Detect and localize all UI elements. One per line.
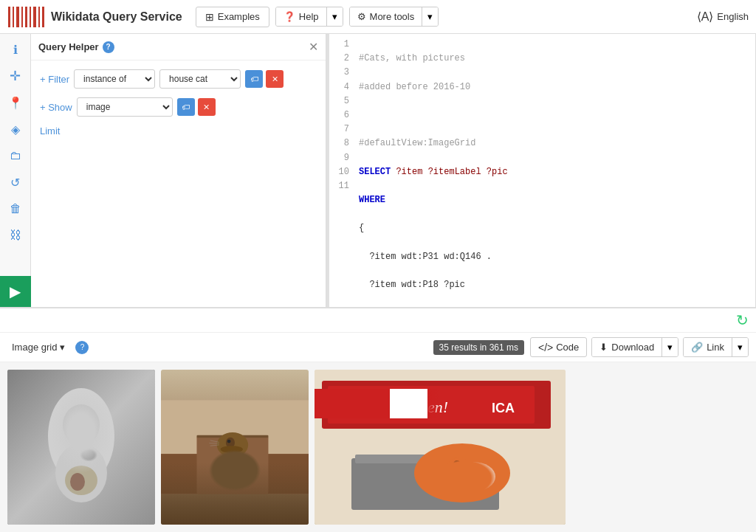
help-button[interactable]: ❓ Help xyxy=(276,7,327,26)
download-button-group: ⬇ Download ▾ xyxy=(591,337,678,357)
image-grid: Välkommen! ICA xyxy=(0,362,756,532)
show-value-select[interactable]: image xyxy=(77,97,173,117)
panel-title-group: Query Helper ? xyxy=(38,41,114,53)
view-dropdown-icon: ▾ xyxy=(60,342,65,353)
sidebar-icon-folder[interactable]: 🗀 xyxy=(4,144,27,167)
svg-rect-7 xyxy=(161,400,309,494)
filter-tag-button[interactable]: 🏷 xyxy=(245,70,263,88)
more-tools-button[interactable]: ⚙ More tools xyxy=(350,7,423,26)
download-icon: ⬇ xyxy=(599,342,608,353)
examples-icon: ⊞ xyxy=(205,11,214,23)
filter-property-select[interactable]: instance of xyxy=(74,69,155,89)
svg-rect-18 xyxy=(315,370,566,525)
question-icon: ? xyxy=(106,43,111,51)
play-icon: ▶ xyxy=(10,283,21,300)
download-label: Download xyxy=(611,342,654,353)
cat-image-1 xyxy=(7,370,155,525)
list-item[interactable]: Välkommen! ICA xyxy=(315,370,566,525)
svg-point-3 xyxy=(63,404,100,446)
filter-value-select[interactable]: house cat xyxy=(159,69,241,89)
brand-label: Wikidata Query Service xyxy=(51,10,182,24)
show-delete-button[interactable]: ✕ xyxy=(198,98,216,116)
sidebar-icon-history[interactable]: ↺ xyxy=(4,170,27,194)
query-helper-help-button[interactable]: ? xyxy=(103,41,114,53)
show-tag-button[interactable]: 🏷 xyxy=(177,98,195,116)
svg-point-14 xyxy=(221,446,243,453)
svg-rect-25 xyxy=(355,455,495,463)
svg-point-2 xyxy=(48,388,114,484)
svg-line-15 xyxy=(210,441,219,442)
svg-rect-24 xyxy=(351,458,499,510)
language-button[interactable]: ⟨A⟩ English xyxy=(697,10,749,24)
svg-text:ICA: ICA xyxy=(492,401,515,415)
svg-rect-20 xyxy=(322,381,551,429)
link-button[interactable]: 🔗 Link xyxy=(684,338,732,356)
add-show-button[interactable]: + Show xyxy=(40,102,72,113)
filter-actions: 🏷 ✕ xyxy=(245,70,284,88)
delete-icon: ✕ xyxy=(272,75,278,84)
panel-header: Query Helper ? ✕ xyxy=(31,34,326,61)
filter-row: + Filter instance of house cat 🏷 xyxy=(40,69,317,89)
refresh-button[interactable]: ↻ xyxy=(736,311,749,329)
app-wrapper: Wikidata Query Service ⊞ Examples ❓ Help… xyxy=(0,0,756,532)
results-toolbar: Image grid ▾ ? 35 results in 361 ms </> … xyxy=(0,333,756,362)
svg-point-4 xyxy=(55,443,107,502)
line-numbers: 12345 67891011 xyxy=(329,38,355,307)
help-icon: ❓ xyxy=(284,11,295,22)
folder-icon: 🗀 xyxy=(10,149,21,162)
sidebar-icon-link[interactable]: ⛓ xyxy=(4,224,27,247)
add-filter-button[interactable]: + Filter xyxy=(40,74,69,85)
link-button-group: 🔗 Link ▾ xyxy=(683,337,749,357)
examples-button[interactable]: ⊞ Examples xyxy=(196,7,269,27)
pin-icon: 📍 xyxy=(8,96,23,110)
results-help-button[interactable]: ? xyxy=(75,341,89,354)
sidebar-icon-info[interactable]: ℹ xyxy=(4,38,27,61)
link-dropdown-toggle[interactable]: ▾ xyxy=(732,338,748,356)
download-dropdown-toggle[interactable]: ▾ xyxy=(662,338,678,356)
more-tools-dropdown-toggle[interactable]: ▾ xyxy=(422,7,438,26)
link-icon: ⛓ xyxy=(10,229,21,242)
svg-rect-10 xyxy=(196,435,268,438)
show-row: + Show image 🏷 ✕ xyxy=(40,97,317,117)
svg-point-28 xyxy=(447,457,470,477)
download-button[interactable]: ⬇ Download xyxy=(592,338,662,356)
more-tools-label: More tools xyxy=(370,11,415,22)
list-item[interactable] xyxy=(7,370,155,525)
code-button[interactable]: </> Code xyxy=(530,337,587,357)
svg-text:Välkommen!: Välkommen! xyxy=(366,398,448,416)
show-actions: 🏷 ✕ xyxy=(177,98,216,116)
examples-label: Examples xyxy=(218,11,260,22)
help-label: Help xyxy=(299,11,319,22)
svg-point-27 xyxy=(451,462,495,491)
move-icon: ✛ xyxy=(10,68,21,84)
sidebar-icon-pin[interactable]: 📍 xyxy=(4,91,27,114)
filter-delete-button[interactable]: ✕ xyxy=(266,70,284,88)
sidebar-icon-trash[interactable]: 🗑 xyxy=(4,197,27,221)
svg-point-12 xyxy=(226,438,235,449)
run-query-button[interactable]: ▶ xyxy=(0,276,31,307)
image-grid-view-button[interactable]: Image grid ▾ xyxy=(7,339,69,355)
svg-point-13 xyxy=(227,440,231,443)
brand: Wikidata Query Service xyxy=(7,7,182,27)
cat-image-2 xyxy=(161,370,309,525)
code-editor[interactable]: 12345 67891011 #Cats, with pictures #add… xyxy=(329,34,756,307)
svg-line-16 xyxy=(209,443,219,444)
results-question-icon: ? xyxy=(80,343,85,351)
svg-point-30 xyxy=(457,462,460,465)
link-icon-2: 🔗 xyxy=(691,342,703,353)
svg-point-11 xyxy=(217,432,248,457)
sidebar-icon-move[interactable]: ✛ xyxy=(4,64,27,88)
svg-rect-19 xyxy=(322,381,551,429)
list-item[interactable] xyxy=(161,370,309,525)
svg-point-6 xyxy=(70,473,85,491)
svg-rect-0 xyxy=(7,370,155,525)
panel-close-button[interactable]: ✕ xyxy=(309,40,318,54)
sidebar-icon-gem[interactable]: ◈ xyxy=(4,117,27,141)
svg-rect-8 xyxy=(161,454,309,494)
code-content[interactable]: #Cats, with pictures #added before 2016-… xyxy=(355,38,756,307)
download-chevron-icon: ▾ xyxy=(667,342,673,353)
limit-row: Limit xyxy=(40,125,317,137)
limit-label[interactable]: Limit xyxy=(40,125,60,137)
help-dropdown-toggle[interactable]: ▾ xyxy=(327,7,343,26)
query-helper-title: Query Helper xyxy=(38,41,99,52)
